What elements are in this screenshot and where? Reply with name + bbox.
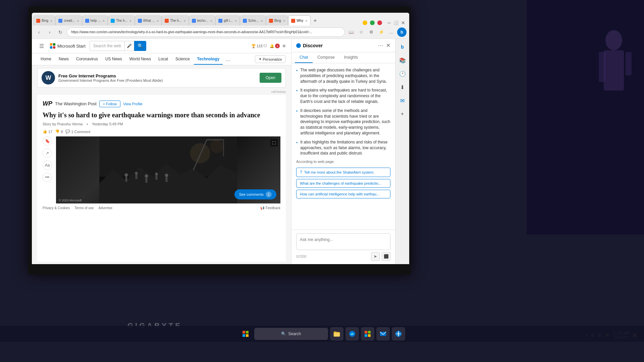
hamburger-menu[interactable]: ☰ [37,42,46,50]
forward-button[interactable]: › [45,28,54,37]
svg-rect-8 [146,178,148,183]
restore-icon[interactable]: ⬜ [393,20,398,25]
nav-news[interactable]: News [55,54,72,65]
msn-logo[interactable]: Microsoft Start [50,43,86,49]
more-options-icon[interactable]: ••• [43,173,52,182]
maximize-button[interactable] [370,20,375,25]
ask-input-field[interactable] [300,237,387,242]
taskbar-store-icon[interactable] [361,327,374,341]
bing-copilot-icon[interactable]: b [397,27,407,37]
minimize-icon[interactable]: ─ [387,20,391,25]
share-article-icon[interactable]: ↗ [43,148,52,158]
terms-link[interactable]: Terms of use [74,206,94,210]
nav-coronavirus[interactable]: Coronavirus [73,54,101,65]
taskbar-search-bar[interactable]: 🔍 Search [254,328,328,340]
svg-rect-19 [246,331,249,334]
tab-what[interactable]: What ... × [135,15,162,25]
browser-favorites-icon[interactable]: 📚 [397,55,408,66]
extensions-icon[interactable]: ⚡ [377,28,386,37]
save-article-icon[interactable]: 🔖 [43,136,52,146]
browser-downloads-icon[interactable]: ⬇ [397,82,408,93]
nav-home[interactable]: Home [37,54,55,65]
svg-rect-27 [368,331,371,334]
svg-rect-6 [136,175,138,179]
send-message-button[interactable]: ➤ [371,252,380,261]
tab-the-h-1[interactable]: The h... × [108,15,135,25]
points-display[interactable]: 🏆 115 🛡 [251,44,267,48]
suggestion-button-2[interactable]: What are the challenges of earthquake pr… [296,179,390,188]
suggestion-button-3[interactable]: How can artificial intelligence help wit… [296,190,390,198]
nav-local[interactable]: Local [155,54,171,65]
advertise-link[interactable]: Advertise [98,206,112,210]
settings-gear-icon[interactable]: ⚙ [282,44,286,48]
browser-history-icon[interactable]: 🕐 [397,68,408,79]
read-mode-icon[interactable]: 📖 [347,28,356,37]
nav-us-news[interactable]: US News [102,54,125,65]
view-profile-link[interactable]: View Profile [123,102,143,106]
ad-banner[interactable]: W Free Gov Internet Programs Government … [37,68,286,87]
back-button[interactable]: ‹ [35,28,43,37]
add-to-favorites-icon[interactable]: ☆ [357,28,366,37]
new-tab-button[interactable]: + [311,16,320,25]
taskbar-browser-icon[interactable] [392,327,405,341]
add-tools-icon[interactable]: + [397,109,408,119]
ad-open-button[interactable]: Open [260,73,281,83]
tab-techn[interactable]: techn... × [189,15,215,25]
tab-help[interactable]: help ... × [82,15,108,25]
start-button[interactable] [239,327,252,341]
ask-input-box[interactable] [296,233,390,250]
url-input[interactable]: https://www.msn.com/en-us/news/technolog… [67,27,345,37]
refresh-button[interactable]: ↻ [56,28,65,37]
suggestion-button-1[interactable]: ? Tell me more about the ShakeAlert syst… [296,168,390,177]
nav-more-icon[interactable]: … [223,56,233,62]
tab-creati[interactable]: creati... × [55,15,82,25]
more-tools-icon[interactable]: … [387,28,396,37]
discover-tab-chat[interactable]: Chat [295,52,313,63]
tab-bing-2[interactable]: Bing × [266,15,288,25]
follow-button[interactable]: + Follow [99,101,120,107]
taskbar-mail-icon[interactable] [376,327,390,341]
tab-bing-1[interactable]: Bing × [33,15,55,25]
likes-action[interactable]: 👍 17 [43,129,52,134]
nav-technology[interactable]: Technology [194,54,223,65]
personalize-button[interactable]: ✦ Personalize [255,55,286,63]
svg-point-14 [210,140,224,153]
search-input[interactable]: Search the web [90,41,125,51]
feedback-link[interactable]: 📢 Feedback [260,206,280,210]
settings-icon[interactable]: ⚙ [367,28,376,37]
svg-rect-29 [368,334,371,337]
notification-bell[interactable]: 🔔 1 [270,44,280,48]
msn-logo-icon [50,43,55,49]
see-comments-button[interactable]: See comments 1 [234,189,276,199]
close-button[interactable] [377,20,382,25]
tab-the-h-2[interactable]: The h... × [162,15,189,25]
text-size-icon[interactable]: Aa [43,161,52,170]
minimize-button[interactable] [363,20,367,25]
tab-why-active[interactable]: Why × [288,15,310,25]
microphone-icon[interactable]: 🎤 [125,41,134,51]
bing-copilot-sidebar-icon[interactable]: b [397,42,408,52]
tab-scho[interactable]: Scho... × [240,15,266,25]
discover-tab-insights[interactable]: Insights [339,52,363,63]
close-x-icon[interactable]: ✕ [401,20,405,25]
nav-world-news[interactable]: World News [126,54,154,65]
fullscreen-button[interactable]: ⛶ [270,139,278,146]
privacy-link[interactable]: Privacy & Cookies [43,206,70,210]
discover-tab-compose[interactable]: Compose [313,52,339,63]
voice-input-button[interactable]: ⬛ [382,252,390,261]
comments-action[interactable]: 💬 1 Comment [65,129,90,134]
dislikes-action[interactable]: 👎 9 [55,129,63,134]
svg-rect-21 [246,334,249,337]
tab-gift[interactable]: gift i... × [215,15,240,25]
article-author: Story by Pranshu Verma [43,122,83,126]
outlook-icon[interactable]: ✉ [397,95,408,106]
bullet-dot-4: • [296,140,298,156]
taskbar-file-explorer[interactable] [330,327,343,341]
search-button[interactable]: 🔍 [134,41,146,51]
taskbar-edge-icon[interactable] [345,327,359,341]
nav-science[interactable]: Science [172,54,193,65]
address-bar: ‹ › ↻ https://www.msn.com/en-us/news/tec… [32,25,409,39]
discover-close-button[interactable]: ✕ [386,42,390,49]
discover-more-icon[interactable]: ⋯ [378,42,383,49]
taskbar: 🔍 Search [0,326,644,342]
